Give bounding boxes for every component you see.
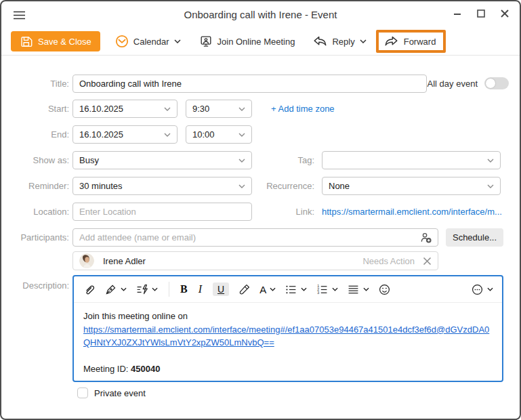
font-color-icon: A	[259, 284, 266, 295]
chevron-down-icon	[301, 287, 307, 291]
editor-toolbar: B I U A 123	[74, 276, 502, 303]
reminder-label: Reminder:	[4, 177, 69, 195]
tag-label: Tag:	[249, 151, 314, 169]
more-options-button[interactable]	[471, 283, 493, 296]
numbered-list-icon: 123	[316, 283, 329, 296]
align-icon	[347, 283, 360, 296]
chevron-down-icon	[121, 287, 127, 291]
attendee-status: Needs Action	[362, 256, 415, 266]
end-date-select[interactable]: 16.10.2025	[72, 125, 178, 144]
chevron-down-icon	[152, 287, 158, 291]
emoji-icon[interactable]	[378, 283, 391, 296]
start-date-select[interactable]: 16.10.2025	[72, 100, 178, 118]
close-icon[interactable]	[501, 9, 509, 18]
more-options-icon	[471, 283, 484, 296]
chevron-down-icon	[238, 107, 245, 111]
font-color-button[interactable]: A	[259, 284, 276, 295]
toolbar-divider	[169, 282, 169, 297]
end-time-select[interactable]: 10:00	[186, 125, 252, 144]
meeting-id-value: 450040	[131, 364, 160, 374]
title-input[interactable]	[72, 75, 427, 93]
start-date-value: 16.10.2025	[79, 104, 123, 114]
bullet-list-button[interactable]	[285, 283, 307, 296]
all-day-event-label: All day event	[428, 79, 478, 89]
alignment-button[interactable]	[347, 283, 369, 296]
start-time-select[interactable]: 9:30	[186, 100, 252, 118]
reply-label: Reply	[332, 37, 354, 47]
start-label: Start:	[4, 100, 69, 118]
format-painter-icon[interactable]	[238, 283, 251, 296]
schedule-button[interactable]: Schedule...	[446, 228, 503, 247]
remove-attendee-icon[interactable]	[423, 257, 432, 266]
quick-text-button[interactable]	[136, 283, 158, 296]
svg-text:3: 3	[317, 291, 319, 295]
add-attendee-icon[interactable]	[419, 232, 432, 247]
reply-icon	[313, 35, 327, 47]
minimize-icon[interactable]	[453, 9, 461, 18]
end-label: End:	[4, 125, 69, 144]
show-as-select[interactable]: Busy	[72, 151, 252, 169]
start-time-value: 9:30	[192, 104, 209, 114]
location-input[interactable]	[72, 203, 252, 221]
description-label: Description:	[4, 276, 69, 295]
quick-text-icon	[136, 283, 148, 296]
numbered-list-button[interactable]: 123	[316, 283, 338, 296]
toolbar-separator	[1, 55, 520, 56]
end-time-value: 10:00	[192, 129, 215, 140]
event-window: Onboarding call with Irene - Event Save …	[0, 0, 521, 420]
forward-label: Forward	[404, 37, 436, 47]
attach-icon[interactable]	[83, 283, 96, 296]
toolbar: Save & Close Calendar Join Online Meetin…	[11, 29, 510, 54]
online-meeting-icon	[199, 35, 213, 48]
chevron-down-icon	[487, 184, 494, 188]
event-link[interactable]: https://smartermail.emclient.com/interfa…	[322, 203, 502, 221]
show-as-value: Busy	[79, 155, 99, 165]
signature-pen-button[interactable]	[104, 283, 127, 296]
participants-label: Participants:	[4, 228, 69, 247]
reminder-value: 30 minutes	[79, 181, 123, 191]
join-online-meeting-button[interactable]: Join Online Meeting	[199, 35, 295, 48]
end-date-value: 16.10.2025	[79, 129, 123, 140]
maximize-icon[interactable]	[477, 9, 485, 18]
meeting-id-line: Meeting ID: 450040	[83, 362, 493, 376]
recurrence-select[interactable]: None	[322, 177, 501, 195]
underline-icon[interactable]: U	[213, 282, 229, 296]
recurrence-label: Recurrence:	[249, 177, 314, 195]
description-content[interactable]: Join this meeting online on https://smar…	[74, 303, 502, 382]
chevron-down-icon	[487, 287, 493, 291]
add-attendee-input[interactable]	[72, 228, 438, 247]
add-time-zone-link[interactable]: + Add time zone	[271, 100, 335, 118]
location-label: Location:	[4, 203, 69, 221]
private-event-checkbox[interactable]	[77, 387, 88, 398]
save-close-button[interactable]: Save & Close	[11, 31, 100, 51]
chevron-down-icon	[238, 184, 245, 188]
chevron-down-icon	[363, 287, 369, 291]
save-icon	[20, 35, 33, 48]
chevron-down-icon[interactable]	[360, 39, 367, 43]
description-intro: Join this meeting online on	[83, 310, 493, 323]
forward-icon	[384, 35, 398, 47]
link-label: Link:	[249, 203, 314, 221]
all-day-toggle[interactable]	[484, 77, 509, 89]
forward-button[interactable]: Forward	[384, 35, 436, 47]
reminder-select[interactable]: 30 minutes	[72, 177, 252, 195]
reply-button[interactable]: Reply	[313, 35, 366, 47]
calendar-logo-icon	[115, 35, 129, 48]
italic-icon[interactable]: I	[196, 283, 204, 295]
chevron-down-icon	[174, 39, 181, 43]
bold-icon[interactable]: B	[180, 283, 188, 295]
window-title: Onboarding call with Irene - Event	[1, 9, 520, 20]
all-day-event: All day event	[428, 77, 509, 89]
calendar-dropdown-button[interactable]: Calendar	[115, 35, 181, 48]
attendee-row: Irene Adler Needs Action	[72, 251, 438, 270]
private-event-row: Private event	[77, 387, 146, 398]
private-event-label: Private event	[94, 388, 146, 398]
meeting-link[interactable]: https://smartermail.emclient.com/interfa…	[83, 323, 490, 350]
chevron-down-icon	[270, 287, 276, 291]
chevron-down-icon	[164, 133, 171, 137]
signature-pen-icon	[104, 283, 117, 296]
save-close-label: Save & Close	[38, 37, 91, 47]
bullet-list-icon	[285, 283, 297, 296]
meeting-id-label: Meeting ID:	[83, 364, 131, 374]
tag-select[interactable]	[322, 151, 501, 169]
